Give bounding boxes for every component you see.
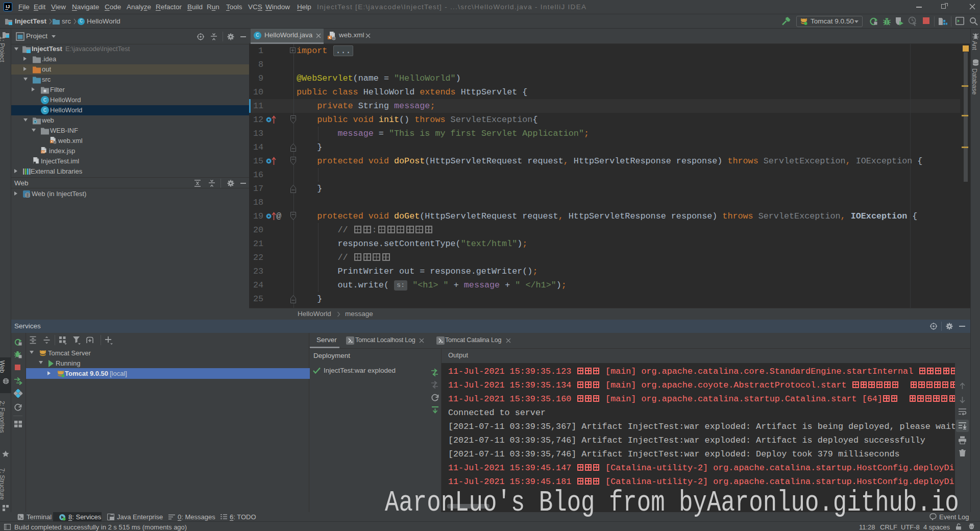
svg-text:JSP: JSP [41, 151, 45, 154]
